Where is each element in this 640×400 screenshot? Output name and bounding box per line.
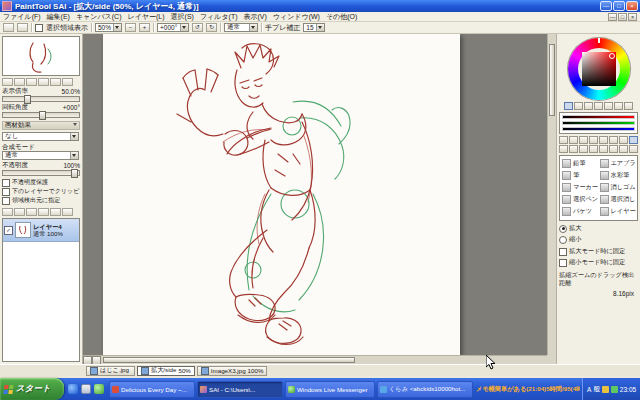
saturation-value-square[interactable] xyxy=(582,52,616,86)
brush-preset[interactable]: 消しゴム xyxy=(599,181,637,193)
rotation-combo[interactable]: +000° xyxy=(157,23,189,32)
delete-layer-icon[interactable] xyxy=(62,208,73,216)
text-tool-icon[interactable] xyxy=(629,145,638,153)
custom-color-tab-icon[interactable] xyxy=(624,102,633,110)
new-folder-icon[interactable] xyxy=(14,208,25,216)
horizontal-scrollbar[interactable] xyxy=(83,355,547,364)
ime-mode-indicator[interactable]: A xyxy=(587,386,591,393)
bucket-tool-icon[interactable] xyxy=(619,136,628,144)
brush-preset[interactable]: 選択ペン xyxy=(561,193,599,205)
blue-slider[interactable] xyxy=(562,127,635,131)
chevron-down-icon[interactable] xyxy=(70,133,78,140)
fix-zoom-out-checkbox[interactable] xyxy=(559,259,567,267)
taskbar-task-button[interactable]: くらみ <abckids10000hot... xyxy=(377,381,473,398)
select-rect-tool-icon[interactable] xyxy=(559,145,568,153)
tray-volume-icon[interactable] xyxy=(602,386,609,393)
blend-mode-combo[interactable]: 通常 xyxy=(2,151,79,160)
hand-tool-icon[interactable] xyxy=(609,145,618,153)
messenger-icon[interactable] xyxy=(94,384,104,394)
opacity-lock-checkbox[interactable] xyxy=(2,179,10,187)
taskbar-task-button[interactable]: Windows Live Messenger xyxy=(285,381,375,398)
menu-view[interactable]: 表示(V) xyxy=(244,12,267,22)
menu-edit[interactable]: 編集(E) xyxy=(47,12,70,22)
brush-preset[interactable]: 選択消し xyxy=(599,193,637,205)
pencil-tool-icon[interactable] xyxy=(569,136,578,144)
brush-preset[interactable]: バケツ xyxy=(561,205,599,217)
start-button[interactable]: スタート xyxy=(0,378,64,400)
lasso-tool-icon[interactable] xyxy=(569,145,578,153)
tray-network-icon[interactable] xyxy=(611,386,618,393)
color-wheel-tab-icon[interactable] xyxy=(564,102,573,110)
layer-row-selected[interactable]: ✓ レイヤー4 通常 100% xyxy=(3,219,79,242)
zoom-out-button[interactable]: − xyxy=(125,23,136,32)
open-file-icon[interactable] xyxy=(17,23,28,32)
paint-mode-combo[interactable]: 通常 xyxy=(224,23,258,32)
title-bar[interactable]: PaintTool SAI - [拡大/side (50%, レイヤー4, 通常… xyxy=(0,0,640,12)
doc-restore-button[interactable]: □ xyxy=(618,13,627,21)
canvas-area[interactable] xyxy=(83,34,556,364)
brush-preset[interactable]: レイヤー移動 xyxy=(599,205,637,217)
color-wheel[interactable] xyxy=(568,38,630,100)
hsv-slider-tab-icon[interactable] xyxy=(584,102,593,110)
canvas-paper[interactable] xyxy=(103,34,460,355)
magnifier-tool-icon[interactable] xyxy=(629,136,638,144)
vertical-scrollbar[interactable] xyxy=(547,34,556,355)
brush-preset[interactable]: 筆 xyxy=(561,169,599,181)
close-button[interactable]: × xyxy=(626,1,638,11)
color-mixer-tab-icon[interactable] xyxy=(594,102,603,110)
material-effect-header[interactable]: 画材効果 xyxy=(2,121,80,130)
eyedropper-tool-icon[interactable] xyxy=(599,145,608,153)
scratchpad-tab-icon[interactable] xyxy=(614,102,623,110)
brush-preset[interactable]: 鉛筆 xyxy=(561,157,599,169)
nav-reset-icon[interactable] xyxy=(62,78,73,86)
nav-zoom-out-icon[interactable] xyxy=(14,78,25,86)
menu-select[interactable]: 選択(S) xyxy=(171,12,194,22)
show-desktop-icon[interactable] xyxy=(81,384,91,394)
brush-tool-icon[interactable] xyxy=(589,136,598,144)
watercolor-tool-icon[interactable] xyxy=(599,136,608,144)
opacity-slider[interactable] xyxy=(2,170,80,176)
zoom-in-button[interactable]: + xyxy=(139,23,150,32)
chevron-down-icon[interactable] xyxy=(180,24,188,31)
brush-preset[interactable]: 水彩筆 xyxy=(599,169,637,181)
pen-tool-icon[interactable] xyxy=(559,136,568,144)
chevron-down-icon[interactable] xyxy=(249,24,257,31)
vertical-scroll-thumb[interactable] xyxy=(549,44,555,116)
rgb-slider-tab-icon[interactable] xyxy=(574,102,583,110)
red-slider[interactable] xyxy=(562,115,635,119)
copy-layer-icon[interactable] xyxy=(26,208,37,216)
rotate-cw-icon[interactable]: ↻ xyxy=(206,23,217,32)
paste-layer-icon[interactable] xyxy=(38,208,49,216)
zoom-ratio-slider[interactable] xyxy=(2,96,80,102)
ime-kana-indicator[interactable]: 般 xyxy=(593,385,600,394)
menu-others[interactable]: その他(O) xyxy=(326,12,357,22)
new-canvas-icon[interactable] xyxy=(3,23,14,32)
clipping-group-checkbox[interactable] xyxy=(2,188,10,196)
airbrush-tool-icon[interactable] xyxy=(579,136,588,144)
brush-preset[interactable]: エアブラシ xyxy=(599,157,637,169)
menu-canvas[interactable]: キャンバス(C) xyxy=(76,12,122,22)
scroll-right-icon[interactable] xyxy=(92,356,101,364)
zoom-combo[interactable]: 50% xyxy=(95,23,122,32)
navigator-thumbnail[interactable] xyxy=(2,36,80,76)
nav-fit-icon[interactable] xyxy=(26,78,37,86)
horizontal-scroll-thumb[interactable] xyxy=(103,357,355,363)
layer-visible-icon[interactable]: ✓ xyxy=(4,226,13,235)
chevron-down-icon[interactable] xyxy=(113,24,121,31)
menu-filter[interactable]: フィルタ(T) xyxy=(200,12,238,22)
eraser-tool-icon[interactable] xyxy=(609,136,618,144)
nav-zoom-in-icon[interactable] xyxy=(2,78,13,86)
menu-window[interactable]: ウィンドウ(W) xyxy=(273,12,320,22)
doc-tab[interactable]: はじこ.jpg xyxy=(86,366,135,376)
menu-layer[interactable]: レイヤー(L) xyxy=(128,12,165,22)
zoom-out-radio[interactable] xyxy=(559,236,567,244)
merge-down-icon[interactable] xyxy=(50,208,61,216)
minimize-button[interactable]: — xyxy=(600,1,612,11)
chevron-down-icon[interactable] xyxy=(316,24,324,31)
nav-rotate-cw-icon[interactable] xyxy=(50,78,61,86)
taskbar-task-button-active[interactable]: SAI - C:\Users\... xyxy=(197,381,283,398)
scroll-left-icon[interactable] xyxy=(83,356,92,364)
menu-file[interactable]: ファイル(F) xyxy=(3,12,41,22)
taskbar-task-button[interactable]: Delicious Every Day ~... xyxy=(109,381,195,398)
move-tool-icon[interactable] xyxy=(589,145,598,153)
